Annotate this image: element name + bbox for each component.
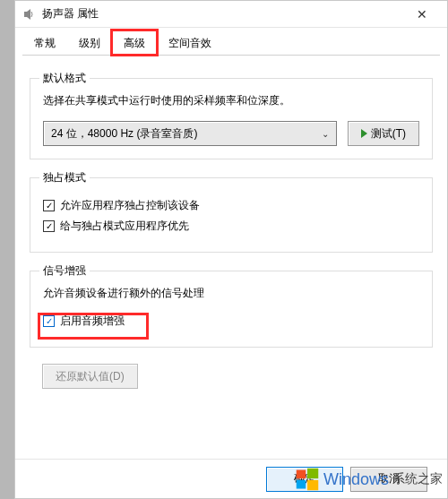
properties-window: 扬声器 属性 ✕ 常规 级别 高级 空间音效 默认格式 选择在共享模式中运行时使… xyxy=(14,0,448,499)
checkbox-label: 给与独占模式应用程序优先 xyxy=(60,219,189,234)
tab-levels[interactable]: 级别 xyxy=(67,30,112,55)
restore-defaults-button[interactable]: 还原默认值(D) xyxy=(42,364,138,389)
title-bar: 扬声器 属性 ✕ xyxy=(15,1,447,28)
tab-bar: 常规 级别 高级 空间音效 xyxy=(15,28,447,55)
format-select[interactable]: 24 位，48000 Hz (录音室音质) ⌄ xyxy=(43,121,337,146)
checkbox-label: 允许应用程序独占控制该设备 xyxy=(60,198,200,213)
checkmark-icon: ✓ xyxy=(46,222,53,231)
play-icon xyxy=(361,129,367,138)
checkmark-icon: ✓ xyxy=(46,202,53,211)
window-title: 扬声器 属性 xyxy=(42,6,404,22)
tab-general[interactable]: 常规 xyxy=(22,30,67,55)
checkbox-row-enable-enhance: ✓ 启用音频增强 xyxy=(43,314,419,329)
group-desc: 允许音频设备进行额外的信号处理 xyxy=(43,286,419,301)
ok-button[interactable]: 确定 xyxy=(266,467,343,492)
checkbox-allow-exclusive[interactable]: ✓ xyxy=(43,200,55,211)
checkbox-enable-enhance[interactable]: ✓ xyxy=(43,315,55,327)
svg-rect-0 xyxy=(24,12,27,17)
dialog-footer: 确定 取消 xyxy=(15,459,447,498)
close-button[interactable]: ✕ xyxy=(404,2,440,27)
checkmark-icon: ✓ xyxy=(46,317,53,326)
test-button[interactable]: 测试(T) xyxy=(348,121,419,146)
tab-content: 默认格式 选择在共享模式中运行时使用的采样频率和位深度。 24 位，48000 … xyxy=(15,55,447,400)
select-value: 24 位，48000 Hz (录音室音质) xyxy=(51,126,197,142)
tab-spatial[interactable]: 空间音效 xyxy=(157,30,223,55)
svg-marker-1 xyxy=(27,9,30,20)
tab-label: 空间音效 xyxy=(168,37,211,49)
group-title: 独占模式 xyxy=(39,170,90,185)
tab-label: 级别 xyxy=(79,37,100,49)
tab-label: 常规 xyxy=(34,37,56,49)
tab-label: 高级 xyxy=(124,37,145,49)
group-exclusive: 独占模式 ✓ 允许应用程序独占控制该设备 ✓ 给与独占模式应用程序优先 xyxy=(30,177,433,253)
speaker-icon xyxy=(22,7,37,22)
cancel-label: 取消 xyxy=(378,471,400,486)
close-icon: ✕ xyxy=(417,7,427,22)
checkbox-row-exclusive-priority: ✓ 给与独占模式应用程序优先 xyxy=(43,219,419,234)
restore-label: 还原默认值(D) xyxy=(56,369,125,384)
format-row: 24 位，48000 Hz (录音室音质) ⌄ 测试(T) xyxy=(43,121,419,146)
group-title: 信号增强 xyxy=(39,263,90,279)
group-desc: 选择在共享模式中运行时使用的采样频率和位深度。 xyxy=(43,93,419,108)
checkbox-label: 启用音频增强 xyxy=(60,314,125,329)
test-label: 测试(T) xyxy=(371,126,406,142)
group-title: 默认格式 xyxy=(39,71,90,86)
restore-row: 还原默认值(D) xyxy=(30,364,433,389)
tab-advanced[interactable]: 高级 xyxy=(112,30,157,55)
ok-label: 确定 xyxy=(294,471,315,486)
checkbox-row-allow-exclusive: ✓ 允许应用程序独占控制该设备 xyxy=(43,198,419,213)
group-enhance: 信号增强 允许音频设备进行额外的信号处理 ✓ 启用音频增强 xyxy=(30,271,433,348)
side-strip xyxy=(0,0,14,499)
checkbox-exclusive-priority[interactable]: ✓ xyxy=(43,220,55,232)
cancel-button[interactable]: 取消 xyxy=(350,467,427,492)
chevron-down-icon: ⌄ xyxy=(322,129,329,139)
group-default-format: 默认格式 选择在共享模式中运行时使用的采样频率和位深度。 24 位，48000 … xyxy=(30,78,433,159)
